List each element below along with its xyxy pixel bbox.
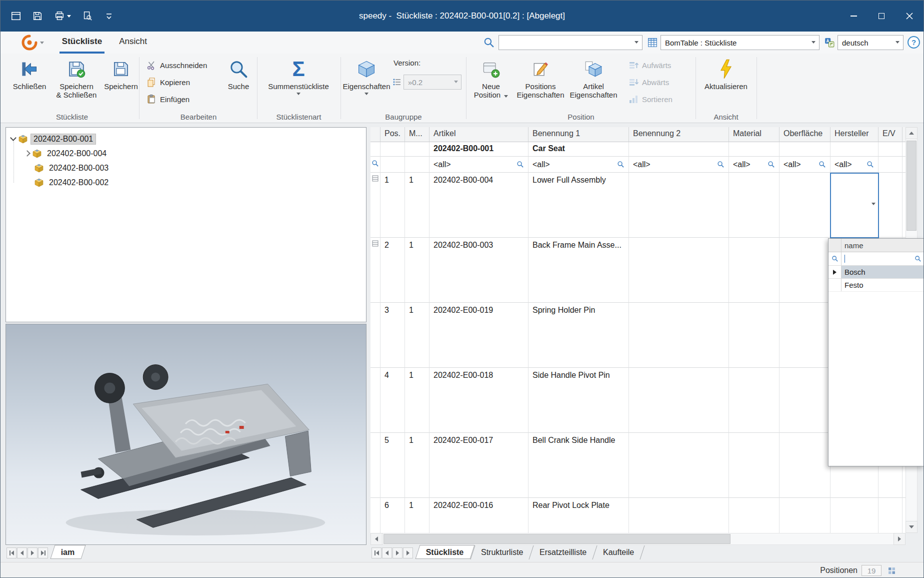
filter-cell-pos[interactable]	[380, 157, 405, 173]
grid-nav-prev-button[interactable]	[382, 547, 392, 558]
tab-ersatzteilliste[interactable]: Ersatzteilliste	[529, 545, 597, 559]
language-combobox[interactable]: deutsch	[838, 35, 904, 50]
table-row[interactable]: 5 1 202402-E00-017 Bell Crank Side Handl…	[370, 433, 906, 498]
filter-cell-benennung1[interactable]: <all>	[528, 157, 629, 173]
tree-child-row[interactable]: 202402-B00-004	[25, 146, 109, 161]
tab-stueckliste[interactable]: Stückliste	[58, 32, 106, 52]
view-nav-next-button[interactable]	[28, 547, 38, 558]
dropdown-option-festo[interactable]: Festo	[828, 279, 924, 292]
row-indicator-cell[interactable]	[370, 433, 380, 498]
table-row[interactable]: 6 1 202402-E00-016 Rear Pivot Lock Plate	[370, 498, 906, 533]
grid-vscrollbar-thumb[interactable]	[906, 141, 916, 231]
tab-iam[interactable]: iam	[50, 545, 86, 559]
view-nav-first-button[interactable]	[6, 547, 16, 558]
cell-pos[interactable]: 5	[380, 433, 405, 498]
cell-artikel[interactable]: 202402-E00-019	[430, 303, 528, 368]
abwaerts-button[interactable]: Abwärts	[628, 76, 669, 89]
editor-dropdown-button[interactable]	[872, 203, 876, 205]
grid-nav-first-button[interactable]	[372, 547, 382, 558]
column-header-benennung2[interactable]: Benennung 2	[629, 127, 729, 142]
column-header-benennung1[interactable]: Benennung 1	[528, 127, 629, 142]
grid-scroll-right-button[interactable]	[894, 533, 906, 545]
tab-stueckliste-bottom[interactable]: Stückliste	[415, 545, 474, 559]
grid-scroll-up-button[interactable]	[906, 127, 918, 139]
column-header-ev[interactable]: E/V	[878, 127, 902, 142]
row-indicator-cell[interactable]	[370, 238, 380, 303]
cell-menge[interactable]: 1	[405, 368, 430, 433]
row-indicator-cell[interactable]	[370, 498, 380, 533]
copy-button[interactable]: Kopieren	[146, 76, 190, 89]
cell-artikel[interactable]: 202402-B00-004	[430, 173, 528, 238]
save-and-close-button[interactable]: Speichern & Schließen	[54, 56, 100, 110]
close-bom-button[interactable]: Schließen	[8, 56, 50, 110]
cell-pos[interactable]: 6	[380, 498, 405, 533]
cell-artikel[interactable]: 202402-E00-018	[430, 368, 528, 433]
aktualisieren-button[interactable]: Aktualisieren	[698, 56, 754, 110]
cell-menge[interactable]: 1	[405, 303, 430, 368]
view-nav-prev-button[interactable]	[17, 547, 27, 558]
row-indicator-cell[interactable]	[370, 368, 380, 433]
tab-kaufteile[interactable]: Kaufteile	[592, 545, 645, 559]
grid-nav-next-button[interactable]	[392, 547, 402, 558]
baugruppe-eigenschaften-button[interactable]: Eigenschaften	[344, 56, 390, 110]
filter-edit-cell[interactable]	[370, 157, 380, 173]
cell-artikel[interactable]: 202402-E00-017	[430, 433, 528, 498]
filter-cell-hersteller[interactable]: <all>	[830, 157, 878, 173]
filter-cell-material[interactable]: <all>	[729, 157, 780, 173]
grid-nav-last-button[interactable]	[403, 547, 413, 558]
tree-child-row[interactable]: 202402-B00-002	[34, 175, 111, 190]
filter-cell-artikel[interactable]: <all>	[430, 157, 528, 173]
cell-benennung1[interactable]: Back Frame Main Asse...	[528, 238, 629, 303]
grid-scroll-left-button[interactable]	[370, 533, 382, 545]
filter-cell-ev[interactable]	[878, 157, 902, 173]
expander-expand-icon[interactable]	[24, 150, 30, 157]
save-bom-button[interactable]: Speichern	[102, 56, 140, 110]
column-header-menge[interactable]: M...	[405, 127, 430, 142]
cell-menge[interactable]: 1	[405, 433, 430, 498]
tab-ansicht[interactable]: Ansicht	[114, 32, 152, 52]
table-row[interactable]: 2 1 202402-B00-003 Back Frame Main Asse.…	[370, 238, 906, 303]
paste-button[interactable]: Einfügen	[146, 93, 190, 106]
cell-benennung1[interactable]: Rear Pivot Lock Plate	[528, 498, 629, 533]
bomtable-combobox[interactable]: BomTable : Stückliste	[660, 35, 820, 50]
column-header-material[interactable]: Material	[729, 127, 780, 142]
dropdown-search-input[interactable]	[842, 252, 924, 265]
app-menu-button[interactable]	[22, 35, 44, 51]
cell-pos[interactable]: 4	[380, 368, 405, 433]
tree-root-row[interactable]: 202402-B00-001	[11, 132, 96, 146]
row-indicator-cell[interactable]	[370, 173, 380, 238]
cell-pos[interactable]: 2	[380, 238, 405, 303]
global-search-combobox[interactable]	[498, 35, 642, 50]
3d-viewport[interactable]	[6, 324, 366, 545]
cell-pos[interactable]: 1	[380, 173, 405, 238]
search-button[interactable]: Suche	[220, 56, 256, 110]
version-combobox[interactable]: »0.2	[404, 75, 462, 90]
cell-menge[interactable]: 1	[405, 238, 430, 303]
view-nav-last-button[interactable]	[38, 547, 48, 558]
column-header-hersteller[interactable]: Hersteller	[830, 127, 878, 142]
minimize-button[interactable]	[840, 1, 868, 32]
table-row[interactable]: 3 1 202402-E00-019 Spring Holder Pin	[370, 303, 906, 368]
close-button[interactable]	[896, 1, 924, 32]
sortieren-button[interactable]: Sortieren	[628, 93, 672, 106]
filter-cell-menge[interactable]	[405, 157, 430, 173]
column-header-oberflaeche[interactable]: Oberfläche	[780, 127, 830, 142]
grid-scroll-down-button[interactable]	[906, 521, 918, 533]
artikel-eigenschaften-button[interactable]: Artikel Eigenschaften	[568, 56, 618, 110]
filter-cell-benennung2[interactable]: <all>	[629, 157, 729, 173]
filter-cell-oberflaeche[interactable]: <all>	[780, 157, 830, 173]
cell-benennung1[interactable]: Lower Full Assembly	[528, 173, 629, 238]
table-row[interactable]: 4 1 202402-E00-018 Side Handle Pivot Pin	[370, 368, 906, 433]
tree-child-row[interactable]: 202402-B00-003	[34, 161, 111, 175]
cell-pos[interactable]: 3	[380, 303, 405, 368]
summenstueckliste-button[interactable]: Σ Summenstückliste	[260, 56, 336, 110]
help-button[interactable]: ?	[908, 36, 920, 49]
column-header-pos[interactable]: Pos.	[380, 127, 405, 142]
dropdown-column-header-name[interactable]: name	[842, 239, 924, 252]
cell-menge[interactable]: 1	[405, 498, 430, 533]
expander-collapse-icon[interactable]	[10, 135, 16, 141]
aufwaerts-button[interactable]: Aufwärts	[628, 59, 671, 72]
cell-benennung1[interactable]: Spring Holder Pin	[528, 303, 629, 368]
cell-benennung1[interactable]: Bell Crank Side Handle	[528, 433, 629, 498]
neue-position-button[interactable]: Neue Position	[470, 56, 512, 110]
